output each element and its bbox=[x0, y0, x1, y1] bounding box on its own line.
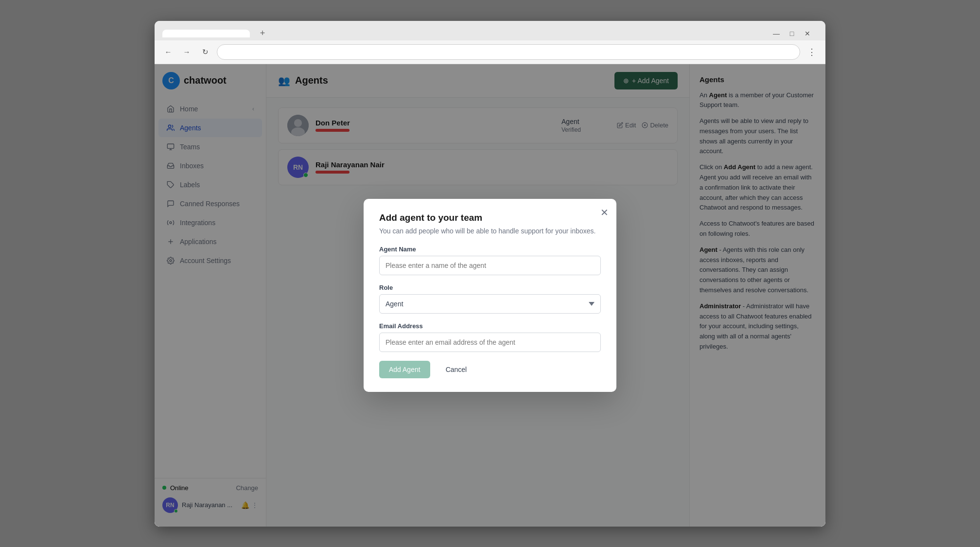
browser-tab[interactable] bbox=[162, 30, 250, 37]
role-group: Role Agent Administrator bbox=[379, 284, 601, 314]
agent-name-group: Agent Name bbox=[379, 246, 601, 275]
modal-actions: Add Agent Cancel bbox=[379, 361, 601, 378]
agent-name-input[interactable] bbox=[379, 256, 601, 275]
new-tab-button[interactable]: + bbox=[256, 27, 269, 40]
browser-menu-button[interactable]: ⋮ bbox=[805, 45, 819, 59]
maximize-button[interactable]: □ bbox=[786, 27, 798, 40]
browser-titlebar: + — □ ✕ bbox=[155, 21, 825, 40]
app-content: C chatwoot Home ‹ Agents bbox=[155, 64, 825, 527]
modal-add-agent-button[interactable]: Add Agent bbox=[379, 361, 430, 378]
browser-navbar: ← → ↻ ⋮ bbox=[155, 40, 825, 64]
add-agent-modal: ✕ Add agent to your team You can add peo… bbox=[364, 199, 616, 392]
close-button[interactable]: ✕ bbox=[801, 27, 814, 40]
modal-title: Add agent to your team bbox=[379, 212, 601, 223]
modal-subtitle: You can add people who will be able to h… bbox=[379, 227, 601, 235]
role-select[interactable]: Agent Administrator bbox=[379, 294, 601, 314]
role-label: Role bbox=[379, 284, 601, 291]
email-label: Email Address bbox=[379, 322, 601, 330]
browser-window: + — □ ✕ ← → ↻ ⋮ C chatwoot bbox=[155, 21, 825, 527]
refresh-button[interactable]: ↻ bbox=[198, 45, 212, 59]
minimize-button[interactable]: — bbox=[770, 27, 783, 40]
modal-overlay: ✕ Add agent to your team You can add peo… bbox=[155, 64, 825, 527]
forward-button[interactable]: → bbox=[180, 45, 193, 59]
agent-name-label: Agent Name bbox=[379, 246, 601, 253]
back-button[interactable]: ← bbox=[161, 45, 175, 59]
url-bar[interactable] bbox=[217, 44, 800, 60]
email-input[interactable] bbox=[379, 333, 601, 352]
window-controls: — □ ✕ bbox=[770, 27, 814, 40]
modal-close-button[interactable]: ✕ bbox=[600, 207, 609, 218]
email-group: Email Address bbox=[379, 322, 601, 352]
modal-cancel-button[interactable]: Cancel bbox=[436, 361, 477, 378]
